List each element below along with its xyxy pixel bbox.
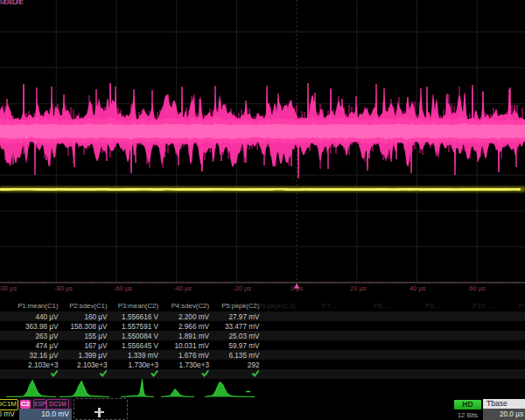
svg-text:1.891 mV: 1.891 mV [178, 332, 210, 340]
svg-text:474 µV: 474 µV [35, 342, 59, 350]
svg-text:P9:...: P9:... [425, 302, 441, 310]
svg-text:P4:sdev(C2): P4:sdev(C2) [172, 302, 210, 310]
svg-text:40 µs: 40 µs [410, 284, 426, 292]
svg-text:292: 292 [248, 361, 260, 369]
svg-text:10.031 mV: 10.031 mV [174, 342, 209, 350]
svg-text:2.966 mV: 2.966 mV [178, 323, 210, 331]
svg-text:P6:pkpk(C3): P6:pkpk(C3) [257, 302, 296, 310]
svg-text:263 µV: 263 µV [35, 332, 59, 340]
svg-text:-40 µs: -40 µs [173, 284, 192, 292]
svg-text:27.97 mV: 27.97 mV [228, 313, 260, 321]
svg-text:2.200 mV: 2.200 mV [178, 313, 210, 321]
svg-text:P1:mean(C1): P1:mean(C1) [18, 302, 59, 310]
svg-text:440 µV: 440 µV [35, 313, 59, 321]
svg-text:158.308 µV: 158.308 µV [70, 323, 108, 331]
svg-text:1.399 µV: 1.399 µV [79, 352, 108, 360]
svg-text:P8:...: P8:... [374, 302, 389, 310]
svg-text:1.339 mV: 1.339 mV [128, 352, 159, 360]
svg-text:59.97 mV: 59.97 mV [228, 342, 260, 350]
svg-text:20 µs: 20 µs [350, 284, 367, 292]
svg-text:60 µs: 60 µs [469, 284, 486, 292]
svg-text:-60 µs: -60 µs [114, 284, 132, 292]
svg-text:-80 µs: -80 µs [54, 284, 73, 292]
svg-text:167 µV: 167 µV [84, 342, 108, 350]
svg-text:25.03 mV: 25.03 mV [228, 332, 260, 340]
svg-text:-100 µs: -100 µs [0, 284, 17, 292]
svg-text:-20 µs: -20 µs [233, 284, 251, 292]
svg-text:1.730e+3: 1.730e+3 [179, 361, 210, 369]
svg-text:P5:pkpk(C2): P5:pkpk(C2) [221, 302, 260, 310]
svg-text:P10:...: P10:... [472, 302, 493, 310]
svg-text:1.550084 V: 1.550084 V [122, 332, 158, 340]
svg-text:160 µV: 160 µV [84, 313, 108, 321]
svg-text:155 µV: 155 µV [84, 332, 108, 340]
svg-text:2.103e+3: 2.103e+3 [28, 361, 59, 369]
svg-text:MEASURE: MEASURE [0, 0, 24, 5]
svg-text:1.676 mV: 1.676 mV [178, 352, 210, 360]
svg-text:1.730e+3: 1.730e+3 [129, 361, 159, 369]
svg-text:1.556616 V: 1.556616 V [122, 313, 158, 321]
svg-text:P7:...: P7:... [322, 302, 338, 310]
svg-text:6.135 mV: 6.135 mV [228, 352, 260, 360]
svg-text:32.16 µV: 32.16 µV [30, 352, 59, 360]
svg-text:1.556645 V: 1.556645 V [122, 342, 158, 350]
svg-text:1.557591 V: 1.557591 V [122, 323, 158, 331]
svg-text:P3:mean(C2): P3:mean(C2) [118, 302, 159, 310]
svg-text:2.103e+3: 2.103e+3 [77, 361, 108, 369]
svg-text:363.98 µV: 363.98 µV [25, 323, 59, 331]
svg-text:P2:sdev(C1): P2:sdev(C1) [69, 302, 108, 310]
svg-text:33.477 mV: 33.477 mV [225, 323, 260, 331]
svg-text:P1: P1 [519, 302, 525, 310]
